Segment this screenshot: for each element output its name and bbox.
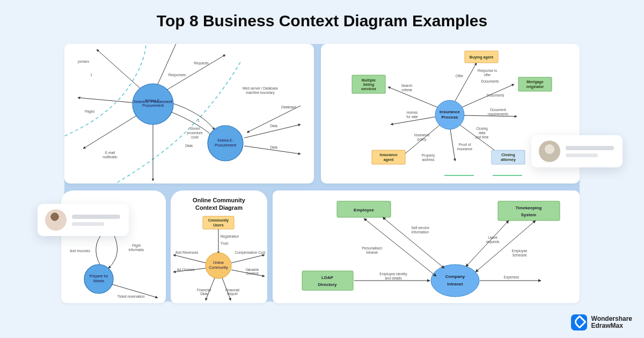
user-card-left	[38, 204, 129, 236]
svg-text:originator: originator	[526, 85, 544, 89]
svg-line-18	[450, 126, 455, 161]
logo-icon	[571, 314, 587, 330]
label-trust: Trust	[221, 241, 229, 245]
svg-text:services: services	[361, 87, 376, 91]
svg-text:criteria: criteria	[401, 88, 412, 92]
svg-text:Employee identity: Employee identity	[379, 272, 407, 276]
svg-text:Process: Process	[441, 115, 458, 120]
svg-text:Search: Search	[401, 84, 413, 87]
placeholder-line	[566, 146, 614, 150]
label-offer: Offer	[456, 74, 464, 78]
label-responses: Responses	[169, 73, 186, 77]
svg-text:Flight: Flight	[132, 244, 141, 248]
svg-text:listing: listing	[363, 83, 375, 87]
svg-text:Content: Content	[246, 271, 259, 275]
svg-text:Prepare for: Prepare for	[89, 274, 108, 278]
box-buying-agent-label: Buying agent	[470, 55, 494, 60]
svg-text:Closing: Closing	[501, 153, 515, 157]
svg-text:intranet: intranet	[366, 251, 378, 254]
svg-line-86	[383, 217, 444, 268]
page-title: Top 8 Business Context Diagram Examples	[0, 0, 644, 40]
label-stored-3: code	[191, 135, 199, 139]
svg-text:Proof of: Proof of	[459, 143, 471, 146]
svg-text:Procurement: Procurement	[215, 143, 236, 147]
svg-text:policy: policy	[418, 137, 427, 142]
label-requests: Requests	[194, 61, 209, 65]
svg-text:Report: Report	[227, 292, 238, 296]
svg-text:Company: Company	[445, 274, 465, 279]
label-registration: Registration	[221, 234, 239, 239]
label-stored-1: Stored	[189, 127, 200, 130]
label-expenses: Expenses	[504, 275, 519, 280]
svg-text:Online: Online	[213, 261, 224, 264]
svg-text:data: data	[479, 131, 486, 135]
svg-text:Intranet: Intranet	[447, 282, 463, 286]
label-boundary-1: Web server / Database	[243, 86, 279, 90]
diagram-canvas: 1 1 Ketera E- Procurement Ketera E- Proc…	[64, 44, 580, 302]
svg-text:Property: Property	[422, 153, 435, 158]
label-data-1: Data	[185, 144, 193, 148]
svg-text:Context Diagram: Context Diagram	[195, 204, 243, 211]
panel-online-community: Online Community Context Diagram Communi…	[171, 190, 267, 303]
box-closing-attorney	[492, 150, 525, 164]
svg-text:Insurance: Insurance	[379, 153, 397, 157]
svg-text:information: information	[412, 230, 429, 234]
svg-line-70	[231, 255, 265, 263]
svg-text:Ketera E-: Ketera E-	[217, 138, 233, 142]
svg-text:Self service: Self service	[411, 226, 429, 230]
svg-text:Employee: Employee	[512, 249, 528, 253]
svg-text:Community: Community	[208, 218, 229, 223]
svg-text:and details: and details	[385, 276, 402, 280]
svg-text:Users: Users	[213, 223, 224, 227]
svg-text:Multiple: Multiple	[362, 78, 376, 83]
svg-line-4	[83, 114, 140, 149]
label-boundary-2: machine boundary	[246, 91, 275, 95]
svg-text:Procurement: Procurement	[142, 104, 164, 107]
label-ticket-reservation: Ticket reservation	[117, 295, 144, 298]
svg-text:Closing: Closing	[476, 127, 488, 131]
svg-text:tickets: tickets	[93, 279, 104, 283]
svg-text:Financial: Financial	[197, 288, 211, 292]
node-company-intranet	[431, 264, 479, 297]
svg-text:Community: Community	[209, 266, 228, 270]
label-pages: Pages	[85, 109, 95, 114]
label-data-2: Data	[270, 124, 277, 128]
svg-text:Timekeeping: Timekeeping	[516, 205, 542, 210]
svg-text:offer: offer	[484, 73, 492, 77]
user-card-right	[531, 135, 623, 167]
svg-line-3	[78, 98, 137, 103]
svg-text:Valuable: Valuable	[246, 268, 259, 271]
svg-text:Response to: Response to	[478, 69, 497, 73]
svg-line-21	[388, 87, 440, 108]
label-email-1: E-mail	[105, 151, 115, 155]
svg-text:address: address	[422, 158, 435, 161]
svg-text:Schedule: Schedule	[512, 253, 526, 257]
svg-text:LDAP: LDAP	[321, 275, 333, 280]
svg-line-68	[173, 255, 206, 263]
svg-text:Ketera E-: Ketera E-	[145, 99, 161, 102]
box-ldap	[302, 271, 353, 290]
label-data-3: Data	[270, 145, 277, 149]
svg-text:Personalised: Personalised	[362, 246, 382, 250]
label-add-revenues: Add Revenues	[175, 251, 199, 254]
svg-text:requests: requests	[486, 240, 500, 244]
label-one-b: 1	[197, 119, 200, 122]
svg-text:requirements: requirements	[488, 112, 509, 116]
label-database: Database	[281, 105, 296, 109]
svg-text:agent: agent	[384, 158, 394, 162]
svg-line-14	[452, 63, 477, 106]
label-one: 1	[90, 73, 92, 77]
svg-text:Data: Data	[200, 292, 208, 296]
svg-text:and time: and time	[475, 135, 489, 139]
svg-text:Directory: Directory	[318, 282, 337, 287]
svg-line-13	[247, 106, 301, 133]
panel-company-intranet: Employee TimekeepingSystem LDAPDirectory…	[273, 190, 580, 303]
box-timekeeping	[498, 201, 560, 221]
brand-logo: Wondershare EdrawMax	[571, 314, 632, 330]
label-stored-2: procedure	[187, 131, 203, 135]
avatar	[45, 209, 67, 231]
placeholder-line	[566, 153, 598, 157]
box-mortgage	[518, 77, 552, 91]
svg-text:Document: Document	[490, 108, 506, 112]
svg-text:Online Community: Online Community	[193, 197, 246, 203]
